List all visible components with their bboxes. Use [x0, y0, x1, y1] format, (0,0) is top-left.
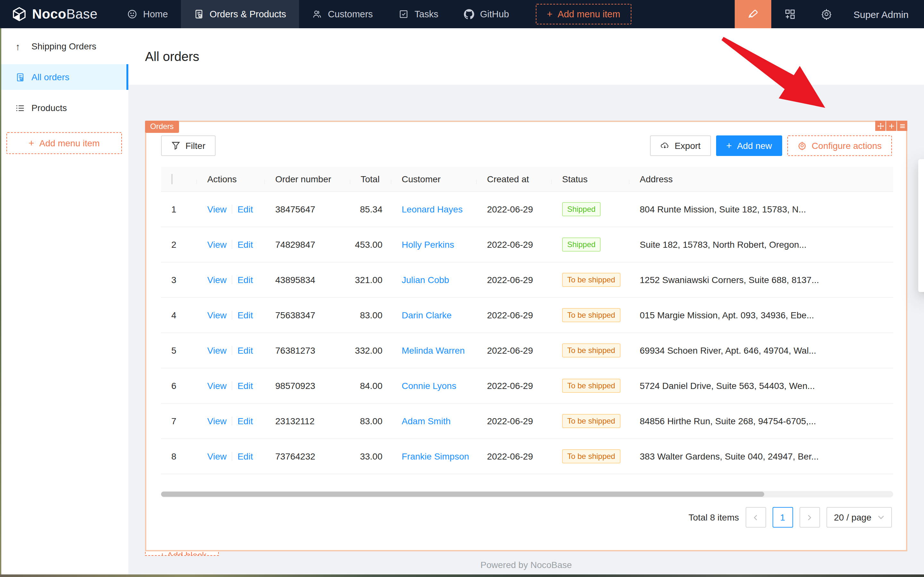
nav-item-home[interactable]: Home: [114, 0, 180, 28]
sidebar-item-shipping-orders[interactable]: ↑ Shipping Orders: [0, 33, 128, 59]
view-link[interactable]: View: [207, 380, 227, 391]
plus-icon: +: [29, 139, 34, 148]
add-block-designer-button[interactable]: [886, 121, 897, 131]
edit-link[interactable]: Edit: [237, 204, 253, 214]
plugin-manager-button[interactable]: [771, 0, 808, 28]
user-menu[interactable]: Super Admin: [844, 0, 924, 28]
status-cell: To be shipped: [552, 449, 629, 463]
nocobase-logo-icon: [11, 6, 27, 22]
edit-link[interactable]: Edit: [237, 380, 253, 391]
filter-button[interactable]: Filter: [161, 135, 216, 156]
order-number-cell: 98570923: [265, 380, 350, 391]
view-link[interactable]: View: [207, 204, 227, 214]
pagination-next-button[interactable]: [799, 507, 820, 527]
drag-handle[interactable]: [875, 121, 885, 131]
block-designer-toolbar: [875, 121, 907, 131]
enable-action-item[interactable]: Filter: [918, 183, 924, 203]
row-index: 2: [161, 239, 197, 250]
customer-link[interactable]: Connie Lyons: [402, 380, 456, 391]
created-at-cell: 2022-06-29: [477, 345, 552, 356]
sidebar-item-label: All orders: [31, 72, 69, 82]
created-at-cell: 2022-06-29: [477, 239, 552, 250]
cloud-download-icon: [661, 141, 670, 150]
order-number-cell: 74829847: [265, 239, 350, 250]
customer-link[interactable]: Julian Cobb: [402, 275, 449, 285]
table-row[interactable]: 4 ViewEdit 75638347 83.00 Darin Clarke 2…: [161, 298, 893, 333]
edit-link[interactable]: Edit: [237, 345, 253, 356]
edit-link[interactable]: Edit: [237, 275, 253, 285]
enable-action-item[interactable]: Add new: [918, 203, 924, 224]
edit-link[interactable]: Edit: [237, 451, 253, 461]
edit-link[interactable]: Edit: [237, 310, 253, 320]
table-row[interactable]: 7 ViewEdit 23132112 83.00 Adam Smith 202…: [161, 404, 893, 439]
status-badge: Shipped: [562, 202, 600, 216]
page-size-select[interactable]: 20 / page: [826, 507, 892, 527]
block-settings-menu-button[interactable]: [897, 121, 907, 131]
nav-add-menu-item-button[interactable]: + Add menu item: [536, 4, 631, 24]
view-link[interactable]: View: [207, 416, 227, 426]
total-cell: 85.34: [350, 204, 391, 214]
horizontal-scrollbar-thumb[interactable]: [161, 492, 764, 497]
pagination: Total 8 items 1 20 / page: [689, 507, 892, 527]
view-link[interactable]: View: [207, 451, 227, 461]
customer-link[interactable]: Adam Smith: [402, 416, 451, 426]
table-row[interactable]: 3 ViewEdit 43895834 321.00 Julian Cobb 2…: [161, 263, 893, 298]
nav-item-github[interactable]: GitHub: [451, 0, 522, 28]
customer-link[interactable]: Melinda Warren: [402, 345, 465, 356]
enable-action-item[interactable]: Delete: [918, 224, 924, 245]
chevron-right-icon: [806, 514, 813, 521]
document-check-icon: [15, 72, 25, 82]
status-badge: To be shipped: [562, 379, 620, 393]
ui-editor-button[interactable]: [735, 0, 771, 28]
column-header-order-number: Order number: [265, 174, 350, 184]
sidebar-item-label: Products: [31, 103, 67, 113]
settings-button[interactable]: [808, 0, 844, 28]
customer-link[interactable]: Frankie Simpson: [402, 451, 469, 461]
nav-item-customers[interactable]: Customers: [299, 0, 386, 28]
divider: [232, 417, 232, 425]
enable-actions-title: Enable actions: [918, 164, 924, 183]
top-navbar: NocoBase Home Orders & Products Customer…: [0, 0, 924, 28]
edit-link[interactable]: Edit: [237, 416, 253, 426]
select-all-checkbox[interactable]: [171, 174, 172, 184]
add-new-button[interactable]: + Add new: [716, 135, 782, 156]
sidebar-item-all-orders[interactable]: All orders: [0, 64, 128, 90]
status-cell: To be shipped: [552, 379, 629, 393]
column-header-actions: Actions: [197, 174, 265, 184]
nav-item-label: GitHub: [480, 9, 509, 19]
divider: [232, 240, 232, 249]
customer-cell: Frankie Simpson: [391, 451, 477, 461]
view-link[interactable]: View: [207, 275, 227, 285]
view-link[interactable]: View: [207, 310, 227, 320]
pagination-prev-button[interactable]: [745, 507, 766, 527]
nav-item-orders-products[interactable]: Orders & Products: [180, 0, 299, 28]
table-row[interactable]: 1 ViewEdit 38475647 85.34 Leonard Hayes …: [161, 192, 893, 227]
divider: [232, 276, 232, 284]
table-row[interactable]: 6 ViewEdit 98570923 84.00 Connie Lyons 2…: [161, 368, 893, 404]
customer-link[interactable]: Leonard Hayes: [402, 204, 463, 214]
table-row[interactable]: 8 ViewEdit 73764232 33.00 Frankie Simpso…: [161, 439, 893, 474]
nocobase-logo[interactable]: NocoBase: [0, 0, 114, 28]
table-row[interactable]: 5 ViewEdit 76381273 332.00 Melinda Warre…: [161, 333, 893, 368]
view-link[interactable]: View: [207, 239, 227, 250]
customer-link[interactable]: Darin Clarke: [402, 310, 452, 320]
divider: [232, 346, 232, 355]
export-button[interactable]: Export: [650, 135, 711, 156]
enable-action-item[interactable]: Refresh: [918, 245, 924, 265]
table-row[interactable]: 2 ViewEdit 74829847 453.00 Holly Perkins…: [161, 227, 893, 263]
gear-icon: [820, 8, 832, 20]
edit-link[interactable]: Edit: [237, 239, 253, 250]
view-link[interactable]: View: [207, 345, 227, 356]
customer-link[interactable]: Holly Perkins: [402, 239, 454, 250]
page-title: All orders: [145, 49, 199, 64]
enable-action-item[interactable]: Export: [918, 265, 924, 285]
powered-by-footer: Powered by NocoBase: [128, 560, 924, 570]
sidebar-add-menu-item-button[interactable]: + Add menu item: [6, 132, 122, 154]
nav-item-tasks[interactable]: Tasks: [386, 0, 451, 28]
nav-item-label: Tasks: [415, 9, 438, 19]
pagination-page-1[interactable]: 1: [772, 507, 793, 527]
sidebar-item-products[interactable]: Products: [0, 95, 128, 121]
total-cell: 83.00: [350, 416, 391, 426]
address-cell: 69934 Schoen River, Apt. 646, 49704, Wal…: [629, 345, 893, 356]
configure-actions-button[interactable]: Configure actions: [787, 135, 892, 156]
